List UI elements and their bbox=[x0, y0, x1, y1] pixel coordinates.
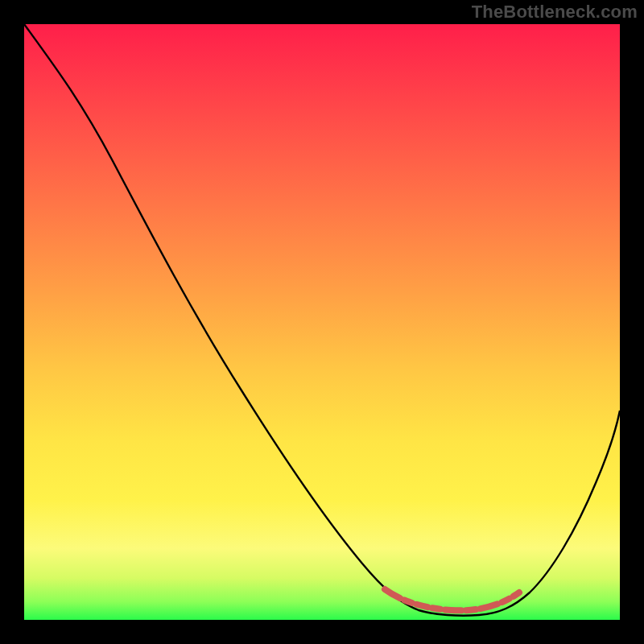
plot-area bbox=[24, 24, 620, 620]
watermark-text: TheBottleneck.com bbox=[472, 2, 638, 23]
chart-frame: TheBottleneck.com bbox=[0, 0, 644, 644]
bottleneck-curve bbox=[24, 24, 620, 616]
optimal-zone-marker bbox=[385, 589, 519, 610]
curve-svg bbox=[24, 24, 620, 620]
